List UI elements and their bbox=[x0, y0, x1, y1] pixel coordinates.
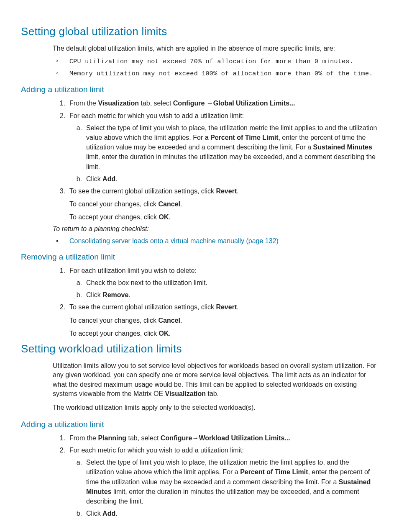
sub-step-item: Click Add. bbox=[69, 509, 378, 518]
sub-step-item: Select the type of limit you wish to pla… bbox=[69, 123, 378, 172]
text: . bbox=[180, 317, 182, 324]
bold-text: Configure bbox=[161, 434, 192, 442]
text: limit, enter the duration in minutes the… bbox=[86, 488, 359, 505]
heading-adding-limit-1: Adding a utilization limit bbox=[21, 85, 378, 94]
step-item: For each utilization limit you wish to d… bbox=[53, 266, 378, 300]
return-note: To return to a planning checklist: bbox=[53, 224, 378, 234]
bold-text: Visualization bbox=[165, 390, 206, 397]
default-limits-list: CPU utilization may not exceed 70% of al… bbox=[53, 57, 378, 77]
text: Click bbox=[86, 291, 102, 298]
list-item: Consolidating server loads onto a virtua… bbox=[53, 237, 378, 245]
text: For each metric for which you wish to ad… bbox=[69, 447, 244, 454]
step-item: To see the current global utilization se… bbox=[53, 186, 378, 222]
text: To cancel your changes, click bbox=[69, 200, 159, 208]
text: From the bbox=[69, 434, 98, 442]
sub-steps: Select the type of limit you wish to pla… bbox=[69, 123, 378, 184]
text: To cancel your changes, click bbox=[69, 317, 159, 324]
text: → bbox=[205, 100, 213, 107]
adding-limit-steps-2: From the Planning tab, select Configure→… bbox=[53, 433, 378, 519]
adding-limit-steps-1: From the Visualization tab, select Confi… bbox=[53, 98, 378, 222]
code-text: Memory utilization may not exceed 100% o… bbox=[69, 70, 373, 77]
bold-text: Visualization bbox=[98, 100, 139, 107]
text: For each utilization limit you wish to d… bbox=[69, 267, 197, 274]
bold-text: Add bbox=[102, 175, 115, 182]
bold-text: Add bbox=[102, 510, 115, 517]
text: To see the current global utilization se… bbox=[69, 303, 216, 311]
paragraph-intro-workload-1: Utilization limits allow you to set serv… bbox=[53, 361, 378, 399]
sub-step-item: Check the box next to the utilization li… bbox=[69, 278, 378, 288]
text: . bbox=[237, 303, 238, 311]
text: . bbox=[115, 510, 117, 517]
text: . bbox=[180, 200, 182, 208]
heading-adding-limit-2: Adding a utilization limit bbox=[21, 420, 378, 429]
bold-text: OK bbox=[159, 330, 169, 337]
text: To accept your changes, click bbox=[69, 213, 159, 221]
step-item: For each metric for which you wish to ad… bbox=[53, 111, 378, 184]
sub-steps: Check the box next to the utilization li… bbox=[69, 278, 378, 300]
step-item: From the Planning tab, select Configure→… bbox=[53, 433, 378, 443]
sub-paragraph: To cancel your changes, click Cancel. bbox=[69, 199, 378, 209]
text: tab. bbox=[206, 390, 219, 397]
text: . bbox=[169, 213, 170, 221]
step-item: To see the current global utilization se… bbox=[53, 302, 378, 338]
list-item: Memory utilization may not exceed 100% o… bbox=[53, 69, 378, 77]
bold-text: Revert bbox=[216, 303, 237, 311]
text: tab, select bbox=[139, 100, 173, 107]
sub-paragraph: To accept your changes, click OK. bbox=[69, 329, 378, 338]
sub-step-item: Click Add. bbox=[69, 174, 378, 184]
removing-limit-steps: For each utilization limit you wish to d… bbox=[53, 266, 378, 338]
bold-text: Percent of Time Limit bbox=[210, 134, 278, 141]
text: To accept your changes, click bbox=[69, 330, 159, 337]
bold-text: OK bbox=[159, 213, 169, 221]
cross-reference-link[interactable]: Consolidating server loads onto a virtua… bbox=[69, 237, 279, 244]
bold-text: Workload Utilization Limits... bbox=[199, 434, 290, 442]
step-item: From the Visualization tab, select Confi… bbox=[53, 98, 378, 108]
text: limit, enter the duration in minutes the… bbox=[86, 153, 376, 170]
text: To see the current global utilization se… bbox=[69, 188, 216, 195]
bold-text: Global Utilization Limits... bbox=[213, 100, 295, 107]
text: For each metric for which you wish to ad… bbox=[69, 112, 244, 119]
sub-step-item: Click Remove. bbox=[69, 290, 378, 300]
bold-text: Remove bbox=[102, 291, 128, 298]
bold-text: Percent of Time Limit bbox=[240, 468, 308, 475]
sub-paragraph: To cancel your changes, click Cancel. bbox=[69, 316, 378, 325]
bold-text: Sustained Minutes bbox=[313, 144, 372, 151]
bold-text: Cancel bbox=[159, 200, 180, 208]
sub-steps: Select the type of limit you wish to pla… bbox=[69, 457, 378, 518]
text: From the bbox=[69, 100, 98, 107]
text: → bbox=[192, 434, 199, 442]
text: . bbox=[115, 175, 117, 182]
heading-global-limits: Setting global utilization limits bbox=[21, 25, 378, 38]
heading-workload-limits: Setting workload utilization limits bbox=[21, 342, 378, 355]
text: . bbox=[169, 330, 170, 337]
sub-step-item: Select the type of limit you wish to pla… bbox=[69, 457, 378, 506]
sub-paragraph: To accept your changes, click OK. bbox=[69, 212, 378, 222]
text: Click bbox=[86, 175, 102, 182]
text: . bbox=[237, 188, 238, 195]
heading-removing-limit: Removing a utilization limit bbox=[21, 252, 378, 262]
list-item: CPU utilization may not exceed 70% of al… bbox=[53, 57, 378, 65]
step-item: For each metric for which you wish to ad… bbox=[53, 445, 378, 518]
bold-text: Planning bbox=[98, 434, 126, 442]
checklist-links: Consolidating server loads onto a virtua… bbox=[53, 237, 378, 245]
text: Click bbox=[86, 510, 102, 517]
bold-text: Configure bbox=[173, 100, 205, 107]
text: tab, select bbox=[126, 434, 161, 442]
code-text: CPU utilization may not exceed 70% of al… bbox=[69, 58, 353, 65]
bold-text: Revert bbox=[216, 188, 237, 195]
paragraph-intro-workload-2: The workload utilization limits apply on… bbox=[53, 403, 378, 412]
text: . bbox=[128, 291, 130, 298]
paragraph-intro-global: The default global utilization limits, w… bbox=[53, 44, 378, 53]
bold-text: Cancel bbox=[159, 317, 180, 324]
